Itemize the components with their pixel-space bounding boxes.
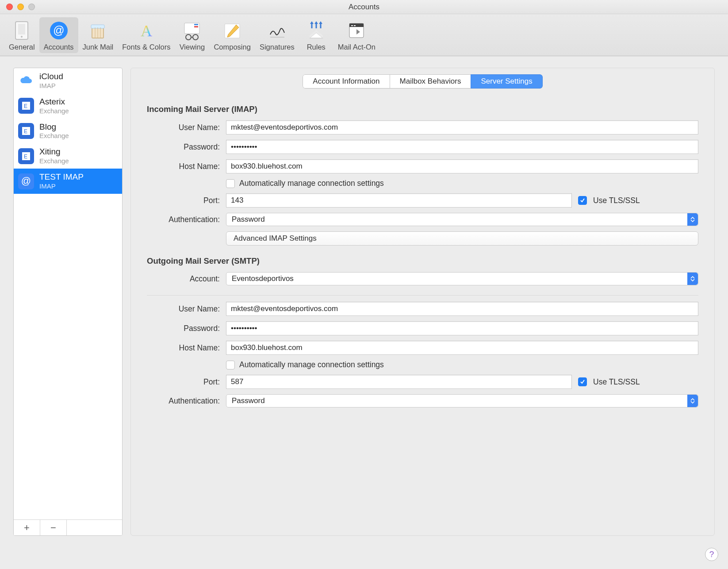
toolbar-tab-rules[interactable]: Rules — [299, 17, 333, 53]
exchange-icon: E — [18, 98, 34, 114]
outgoing-password-input[interactable]: •••••••••• — [226, 321, 698, 335]
outgoing-auto-checkbox[interactable] — [226, 361, 235, 369]
account-name-label: iCloud — [39, 72, 63, 82]
incoming-username-input[interactable]: mktest@eventosdeportivos.com — [226, 120, 698, 135]
mail-act-on-icon — [346, 20, 367, 41]
account-item-xiting[interactable]: E Xiting Exchange — [14, 143, 122, 169]
toolbar-tab-general[interactable]: General — [4, 17, 39, 53]
tab-account-information[interactable]: Account Information — [303, 74, 390, 88]
svg-marker-22 — [310, 21, 314, 24]
svg-point-2 — [21, 36, 23, 38]
toolbar-tab-label: General — [9, 43, 35, 51]
incoming-auto-checkbox[interactable] — [226, 179, 235, 188]
outgoing-username-label: User Name: — [147, 304, 220, 314]
select-stepper-icon — [687, 273, 698, 285]
account-proto-label: Exchange — [39, 157, 69, 165]
outgoing-port-label: Port: — [147, 377, 220, 387]
signatures-icon — [266, 20, 287, 41]
toolbar-tab-label: Fonts & Colors — [122, 43, 170, 51]
titlebar: Accounts — [0, 0, 728, 14]
sidebar-footer-spacer — [67, 520, 122, 536]
svg-text:E: E — [24, 103, 27, 109]
svg-marker-24 — [319, 21, 322, 24]
account-proto-label: Exchange — [39, 107, 69, 115]
outgoing-port-input[interactable]: 587 — [226, 375, 572, 389]
toolbar-tab-composing[interactable]: Composing — [209, 17, 255, 53]
toolbar-tab-label: Viewing — [180, 43, 205, 51]
incoming-host-label: Host Name: — [147, 162, 220, 171]
cloud-icon — [18, 73, 34, 88]
svg-point-14 — [186, 35, 191, 40]
svg-rect-12 — [194, 24, 198, 25]
incoming-heading: Incoming Mail Server (IMAP) — [147, 104, 698, 114]
svg-rect-27 — [351, 25, 353, 26]
outgoing-account-value: Eventosdeportivos — [232, 274, 294, 283]
incoming-password-label: Password: — [147, 142, 220, 152]
toolbar-tab-mail-act-on[interactable]: Mail Act-On — [333, 17, 380, 53]
outgoing-auth-label: Authentication: — [147, 396, 220, 406]
account-proto-label: Exchange — [39, 132, 69, 140]
account-item-blog[interactable]: E Blog Exchange — [14, 119, 122, 144]
toolbar-tab-fonts-colors[interactable]: A Fonts & Colors — [118, 17, 175, 53]
incoming-auth-label: Authentication: — [147, 215, 220, 224]
settings-panel: Account Information Mailbox Behaviors Se… — [130, 68, 715, 536]
incoming-username-label: User Name: — [147, 123, 220, 132]
svg-text:A: A — [141, 22, 152, 40]
outgoing-account-label: Account: — [147, 274, 220, 284]
incoming-port-label: Port: — [147, 196, 220, 205]
svg-text:E: E — [24, 128, 27, 135]
account-item-test-imap[interactable]: @ TEST IMAP IMAP — [14, 169, 122, 194]
viewing-icon — [181, 20, 203, 41]
outgoing-host-input[interactable]: box930.bluehost.com — [226, 341, 698, 355]
composing-icon — [222, 20, 243, 41]
toolbar-tab-junk-mail[interactable]: Junk Mail — [78, 17, 118, 53]
toolbar-tab-viewing[interactable]: Viewing — [175, 17, 209, 53]
toolbar-tab-signatures[interactable]: Signatures — [255, 17, 299, 53]
toolbar-tab-accounts[interactable]: @ Accounts — [39, 17, 78, 53]
outgoing-account-select[interactable]: Eventosdeportivos — [226, 272, 698, 285]
account-name-label: TEST IMAP — [39, 172, 84, 182]
account-proto-label: IMAP — [39, 182, 84, 190]
outgoing-host-label: Host Name: — [147, 343, 220, 353]
outgoing-username-input[interactable]: mktest@eventosdeportivos.com — [226, 302, 698, 316]
account-item-icloud[interactable]: iCloud IMAP — [14, 68, 122, 93]
window-title: Accounts — [0, 3, 728, 12]
account-name-label: Xiting — [39, 147, 69, 157]
exchange-icon: E — [18, 148, 34, 164]
outgoing-auth-select[interactable]: Password — [226, 394, 698, 408]
toolbar-tab-label: Composing — [214, 43, 250, 51]
remove-account-button[interactable]: − — [40, 520, 67, 536]
accounts-sidebar: iCloud IMAP E Asterix Exchange E — [13, 68, 123, 536]
select-stepper-icon — [687, 395, 698, 407]
advanced-imap-button[interactable]: Advanced IMAP Settings — [226, 231, 698, 246]
account-proto-label: IMAP — [39, 82, 63, 90]
account-name-label: Asterix — [39, 97, 69, 107]
outgoing-tls-checkbox[interactable] — [578, 377, 587, 386]
incoming-port-input[interactable]: 143 — [226, 193, 572, 208]
incoming-tls-label: Use TLS/SSL — [593, 196, 640, 205]
incoming-auth-value: Password — [232, 215, 265, 224]
add-account-button[interactable]: + — [14, 520, 40, 536]
incoming-tls-checkbox[interactable] — [578, 196, 587, 205]
tab-mailbox-behaviors[interactable]: Mailbox Behaviors — [390, 74, 471, 88]
tab-server-settings[interactable]: Server Settings — [471, 74, 542, 88]
svg-text:E: E — [24, 154, 27, 160]
outgoing-auth-value: Password — [232, 396, 265, 405]
incoming-auth-select[interactable]: Password — [226, 213, 698, 226]
account-name-label: Blog — [39, 122, 69, 132]
exchange-icon: E — [18, 123, 34, 139]
outgoing-tls-label: Use TLS/SSL — [593, 377, 640, 387]
settings-tabs: Account Information Mailbox Behaviors Se… — [303, 74, 542, 88]
toolbar-tab-label: Signatures — [260, 43, 295, 51]
toolbar-tab-label: Junk Mail — [83, 43, 114, 51]
help-button[interactable]: ? — [705, 548, 718, 561]
incoming-host-input[interactable]: box930.bluehost.com — [226, 159, 698, 173]
incoming-password-input[interactable]: •••••••••• — [226, 140, 698, 154]
outgoing-heading: Outgoing Mail Server (SMTP) — [147, 256, 698, 266]
divider — [147, 295, 698, 296]
general-icon — [11, 20, 32, 41]
svg-rect-28 — [354, 25, 356, 26]
account-item-asterix[interactable]: E Asterix Exchange — [14, 93, 122, 119]
accounts-icon: @ — [48, 20, 69, 41]
rules-icon — [306, 20, 327, 41]
